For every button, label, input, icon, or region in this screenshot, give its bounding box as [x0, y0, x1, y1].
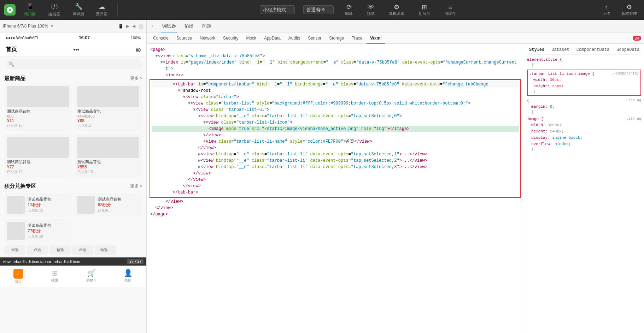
product-card-3[interactable]: 测试商品背包 ¥555 已兑换:13: [75, 134, 142, 177]
style-tab-scopedata[interactable]: ScopeData: [614, 47, 642, 53]
code-shadow-root: ▼#shadow-root: [152, 88, 519, 94]
preview-button[interactable]: 👁 预览: [364, 2, 377, 18]
points-name-2: 测试商品背包: [28, 223, 51, 228]
product-sold-1: 已兑换:3: [77, 123, 139, 128]
version-mgmt-button[interactable]: ⚙ 版本管理: [619, 2, 640, 18]
product-card-2[interactable]: 测试商品背包 ¥77 已兑换:10: [4, 134, 72, 177]
style-tab-styles[interactable]: Styles: [527, 47, 546, 53]
compile-button[interactable]: ⟳ 编译: [342, 2, 356, 18]
tab-sources[interactable]: Sources: [173, 32, 195, 44]
tab-output-top[interactable]: 输出: [183, 20, 195, 32]
tab-appdata[interactable]: AppData: [260, 32, 284, 44]
product-card-1[interactable]: 测试商品背包 44445453 ¥88 已兑换:3: [75, 83, 142, 131]
product-name-0: 测试商品背包: [7, 109, 69, 114]
switch-button[interactable]: ⊞ 切后台: [416, 2, 433, 18]
points-card-2[interactable]: 测试商品背包 77积分 已兑换:10: [4, 219, 72, 243]
code-tarbar-close: </view>: [152, 183, 519, 189]
cloud-button[interactable]: ☁ 云开发: [93, 1, 110, 18]
style-prop-width: width: 36px;: [529, 77, 639, 83]
phone-battery: 100%: [131, 36, 141, 40]
tab-search[interactable]: ⊞ 搜索: [37, 267, 74, 286]
tab-search-label: 搜索: [51, 278, 58, 283]
margin-source: user ag: [626, 99, 641, 103]
code-box-tabbar: ▼<tab-bar is="components/tabbar" bind:__…: [150, 79, 521, 198]
real-debug-button[interactable]: ⚙ 真机调试: [386, 2, 407, 18]
play-icon: ▶: [126, 24, 129, 29]
code-ul-close: </view>: [152, 170, 519, 177]
code-panel[interactable]: <page> ▼<view class="v-home _div data-v-…: [147, 44, 524, 333]
code-tarbar-li-0: ▼<view bindtap="__e" class="tarbar-list-…: [152, 113, 519, 119]
clear-button[interactable]: ≡ 清缓存: [441, 2, 459, 18]
points-img-0: [7, 196, 25, 214]
upload-button[interactable]: ↑ 上传: [599, 2, 613, 18]
style-rule-tarbar-box: .tarbar-list-li-icon image { ./component…: [527, 70, 641, 96]
version-icon: ⚙: [626, 3, 632, 11]
points-grid: 测试商品背包 11积分 已兑换:15 测试商品背包 88积分 已兑换:3: [4, 193, 142, 243]
style-prop-img-width: width: 320px;: [527, 122, 641, 128]
tarbar-icon-selector: .tarbar-list-li-icon image {: [529, 72, 595, 76]
code-tarbar-li-icon: ▼<view class="tarbar-list-li-icon">: [152, 119, 519, 126]
product-card-0[interactable]: 测试商品背包 888 ¥11 已兑换:15: [4, 83, 72, 131]
tab-cart[interactable]: 🛒 购物车: [73, 267, 110, 286]
tab-mine[interactable]: 👤 我的: [110, 267, 147, 286]
phone-page-header: 首页 ••• ◎: [0, 43, 146, 57]
margin-selector: {: [527, 99, 529, 103]
points-pts-0: 11积分: [28, 202, 51, 208]
mode-select[interactable]: 小程序模式: [260, 5, 295, 14]
tab-console[interactable]: Console: [150, 32, 172, 44]
tab-mine-label: 我的: [124, 278, 131, 283]
style-panel-tabs: Styles Dataset ComponentData ScopeData: [527, 47, 641, 55]
style-prop-display: display: inline-block;: [527, 135, 641, 141]
code-line-index: ▼<index is="pages/index/index" bind:__l=…: [150, 59, 521, 66]
compile-icon: ⟳: [346, 3, 352, 11]
code-page-close: </page>: [150, 211, 521, 218]
tab-mock[interactable]: Mock: [242, 32, 260, 44]
tab-security[interactable]: Security: [219, 32, 242, 44]
editor-button[interactable]: 〈/〉 编辑器: [44, 1, 64, 18]
style-rule-image-header: image { user ag: [527, 117, 641, 122]
compile-select[interactable]: 普通编译: [303, 5, 334, 14]
code-line-t: t">: [150, 66, 521, 72]
phone-icon: 📱: [118, 24, 123, 29]
phone-status-bar: ●●●● WeChatWiFi 16:07 100%: [0, 32, 146, 43]
tab-issues-top[interactable]: 问题: [201, 20, 213, 32]
carousel-item-4[interactable]: 精选...: [95, 245, 116, 255]
product-num-0: 888: [7, 114, 69, 118]
upload-icon: ↑: [605, 4, 608, 11]
points-card-0[interactable]: 测试商品背包 11积分 已兑换:15: [4, 193, 72, 216]
style-val-height: 36px;: [552, 84, 564, 88]
style-rule-image: image { user ag width: 320px; height: 24…: [527, 117, 641, 151]
tab-network[interactable]: Network: [196, 32, 219, 44]
mode-select-wrap: 小程序模式: [260, 5, 295, 14]
tab-audits[interactable]: Audits: [285, 32, 304, 44]
points-card-1[interactable]: 测试商品背包 88积分 已兑换:3: [75, 193, 142, 216]
points-sold-2: 已兑换:10: [28, 234, 51, 239]
carousel-strip: 精选 精选 精选 精选 精选...: [0, 245, 146, 255]
tab-wxml[interactable]: Wxml: [367, 32, 385, 44]
tab-debugger-top[interactable]: 调试器: [161, 20, 177, 32]
tab-storage[interactable]: Storage: [326, 32, 347, 44]
carousel-item-2[interactable]: 精选: [49, 245, 71, 255]
dev-content: <page> ▼<view class="v-home _div data-v-…: [147, 44, 644, 333]
carousel-item-0[interactable]: 精选: [4, 245, 25, 255]
latest-products-title: 最新商品: [4, 75, 25, 82]
tab-sensor[interactable]: Sensor: [304, 32, 325, 44]
code-li-close-0: </view>: [152, 145, 519, 151]
product-price-2: ¥77: [7, 165, 69, 170]
carousel-item-3[interactable]: 精选: [72, 245, 93, 255]
code-tarbar-list-ul: ▼<view class="tarbar-list-ul">: [152, 107, 519, 113]
phone-panel: iPhone 6/7/8 Plus 100% ▾ 📱 ▶ ◀ ⬜ ●●●● We…: [0, 20, 147, 333]
style-tab-componentdata[interactable]: ComponentData: [574, 47, 612, 53]
latest-products-header: 最新商品 更多 >: [0, 72, 146, 83]
carousel-item-1[interactable]: 精选: [27, 245, 48, 255]
dev-panel: + 调试器 输出 问题 Console Sources Network Secu…: [147, 20, 644, 333]
phone-search-bar[interactable]: 🔍: [4, 59, 142, 69]
tab-trace[interactable]: Trace: [348, 32, 366, 44]
style-prop-margin: margin: 0;: [527, 103, 641, 110]
simulator-button[interactable]: 📱 模拟器: [21, 1, 39, 18]
style-prop-img-height: height: 240px;: [527, 128, 641, 135]
style-tab-dataset[interactable]: Dataset: [549, 47, 571, 53]
debugger-button[interactable]: 🔧 调试器: [70, 1, 87, 18]
tab-home[interactable]: ⌂ 首页: [0, 267, 37, 286]
phone-screen: ●●●● WeChatWiFi 16:07 100% 首页 ••• ◎ 🔍 最新…: [0, 32, 146, 333]
